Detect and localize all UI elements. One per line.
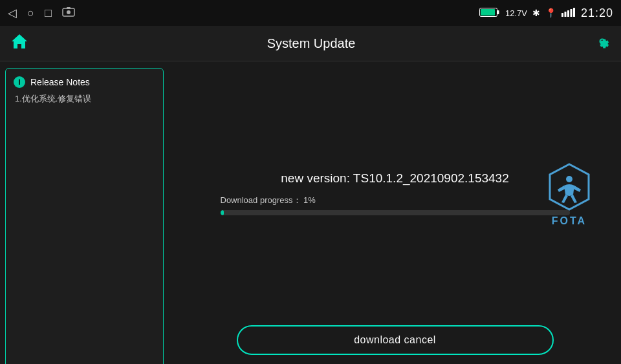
svg-rect-8 — [567, 10, 569, 17]
release-notes-content: 1.优化系统.修复错误 — [15, 93, 155, 105]
svg-rect-5 — [481, 9, 495, 16]
fota-label: FOTA — [552, 215, 587, 227]
download-cancel-button[interactable]: download cancel — [237, 325, 554, 355]
progress-label: Download progress： 1% — [221, 195, 316, 206]
left-panel: i Release Notes 1.优化系统.修复错误 — [5, 68, 164, 364]
svg-marker-11 — [12, 34, 27, 48]
release-notes-header: i Release Notes — [14, 76, 155, 88]
version-text: new version: TS10.1.2_20210902.153432 — [221, 171, 570, 186]
nav-home-icon[interactable]: ○ — [27, 6, 34, 20]
bluetooth-icon: ✱ — [532, 8, 540, 18]
progress-bar-fill — [221, 210, 224, 215]
release-notes-title: Release Notes — [30, 77, 90, 87]
svg-rect-4 — [497, 10, 499, 14]
right-panel: FOTA new version: TS10.1.2_20210902.1534… — [169, 61, 621, 364]
svg-point-1 — [67, 10, 71, 14]
status-bar: ◁ ○ □ 12.7V ✱ 📍 — [0, 0, 621, 26]
svg-rect-7 — [564, 12, 566, 17]
svg-rect-6 — [561, 13, 563, 17]
home-button[interactable] — [10, 33, 28, 54]
page-title: System Update — [267, 36, 356, 51]
nav-buttons: ◁ ○ □ — [8, 6, 75, 20]
button-area: download cancel — [237, 325, 554, 355]
update-info: new version: TS10.1.2_20210902.153432 Do… — [221, 171, 570, 215]
nav-screenshot-icon[interactable] — [62, 7, 75, 19]
signal-icon — [561, 8, 576, 19]
svg-rect-10 — [573, 8, 575, 17]
svg-rect-2 — [67, 7, 71, 9]
info-icon: i — [14, 76, 25, 88]
settings-button[interactable] — [594, 33, 611, 54]
svg-rect-9 — [570, 9, 572, 17]
fota-logo: FOTA — [543, 161, 595, 227]
location-icon: 📍 — [545, 8, 556, 18]
battery-icon — [479, 8, 500, 19]
battery-voltage: 12.7V — [505, 8, 527, 18]
status-indicators: 12.7V ✱ 📍 21:20 — [479, 6, 613, 20]
main-content: i Release Notes 1.优化系统.修复错误 — [0, 61, 621, 364]
nav-recent-icon[interactable]: □ — [45, 6, 52, 20]
app-header: System Update — [0, 26, 621, 61]
nav-back-icon[interactable]: ◁ — [8, 6, 17, 20]
time-display: 21:20 — [581, 6, 613, 20]
progress-bar-container — [221, 210, 570, 215]
svg-point-13 — [566, 176, 572, 182]
